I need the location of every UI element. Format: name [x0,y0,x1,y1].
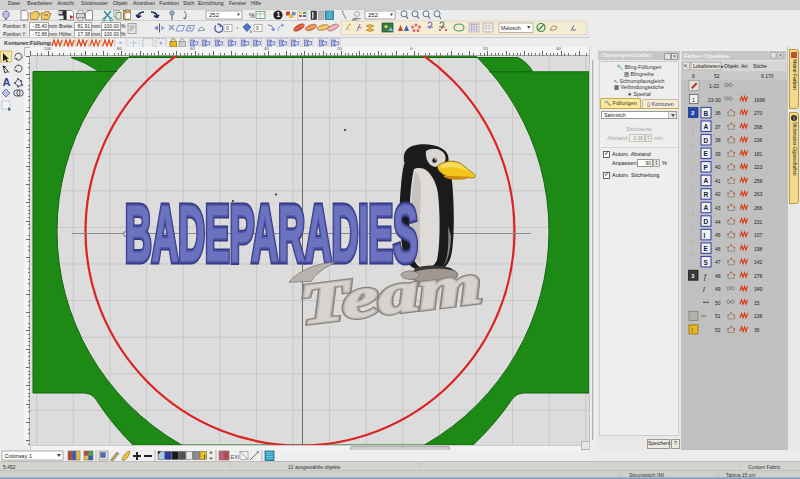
svg-text:42: 42 [715,191,721,197]
svg-text:142: 142 [754,259,763,265]
svg-text:D: D [704,137,709,144]
svg-text:278: 278 [754,273,763,279]
svg-text:52: 52 [714,73,720,79]
svg-text:Farben-Objektliste: Farben-Objektliste [684,53,729,59]
svg-text:107: 107 [754,232,763,238]
svg-text:252: 252 [368,12,379,18]
svg-text:45: 45 [715,232,721,238]
svg-text:138: 138 [754,313,763,319]
svg-text:48: 48 [715,273,721,279]
svg-text:1696: 1696 [754,97,765,103]
svg-text:2: 2 [691,110,694,116]
svg-text:43: 43 [715,205,721,211]
svg-text:×: × [779,52,782,58]
svg-text:E: E [704,245,709,252]
svg-text:0: 0 [256,25,259,31]
svg-text:236: 236 [754,137,763,143]
svg-text:39: 39 [715,151,721,157]
svg-text:%: % [249,12,255,19]
svg-text:Art: Art [741,63,748,69]
svg-text:263: 263 [754,191,763,197]
svg-text:49: 49 [715,286,721,292]
svg-text:52: 52 [715,327,721,333]
svg-text:44: 44 [715,219,721,225]
svg-text:Stiche: Stiche [753,63,767,69]
svg-text:259: 259 [754,178,763,184]
svg-text:41: 41 [715,178,721,184]
svg-text:51: 51 [715,313,721,319]
svg-text:50: 50 [715,300,721,306]
svg-text:E: E [704,150,709,157]
svg-text:1: 1 [692,97,695,103]
svg-text:⇱: ⇱ [684,63,688,69]
svg-text:223: 223 [754,164,763,170]
svg-text:40: 40 [715,164,721,170]
svg-text:A: A [3,76,11,88]
svg-text:36: 36 [715,110,721,116]
svg-text:!: ! [204,454,206,460]
svg-text:46: 46 [715,246,721,252]
svg-text:6: 6 [692,73,695,79]
svg-text:ƒ: ƒ [703,273,707,281]
svg-text:A: A [704,123,709,130]
svg-text:1: 1 [277,11,281,18]
svg-text:S: S [704,259,709,266]
svg-text:A: A [704,177,709,184]
svg-text:9.170: 9.170 [761,73,774,79]
svg-text:37: 37 [715,124,721,130]
svg-text:Colorway 1: Colorway 1 [5,453,33,459]
svg-text:Melosch: Melosch [501,25,521,31]
svg-text:47: 47 [715,259,721,265]
svg-text:D: D [704,218,709,225]
svg-text:P: P [704,164,709,171]
svg-text:252: 252 [209,12,220,18]
svg-text:A: A [704,204,709,211]
svg-text:23-30: 23-30 [708,97,721,103]
svg-text:181: 181 [754,151,763,157]
svg-text:EXI: EXI [231,454,240,460]
svg-text:198: 198 [754,246,763,252]
svg-text:15: 15 [754,300,760,306]
svg-text:270: 270 [754,110,763,116]
svg-text:I: I [704,232,706,239]
svg-text:38: 38 [715,137,721,143]
svg-text:0: 0 [226,25,229,31]
svg-text:266: 266 [754,205,763,211]
svg-text:Objekt: Objekt [724,63,739,69]
svg-text:R: R [704,191,709,198]
svg-text:3: 3 [691,273,694,279]
svg-text:349: 349 [754,286,763,292]
svg-text:Lokalisieren ▸: Lokalisieren ▸ [693,63,724,69]
svg-text:231: 231 [754,219,763,225]
svg-text:268: 268 [754,124,763,130]
svg-text:1-22: 1-22 [709,83,719,89]
svg-text:36: 36 [754,327,760,333]
svg-text:B: B [704,110,709,117]
